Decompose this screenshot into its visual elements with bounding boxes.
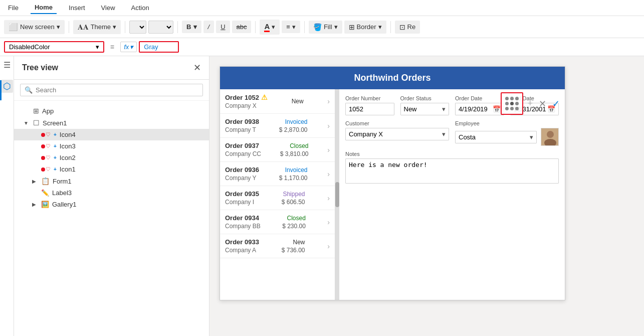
menu-home[interactable]: Home xyxy=(31,2,57,14)
canvas-area: Northwind Orders Order 1052 ⚠ Company X xyxy=(209,56,644,336)
order-right-0938: Invoiced $ 2,870.00 xyxy=(279,118,308,133)
order-item-1052[interactable]: Order 1052 ⚠ Company X New › xyxy=(220,89,335,114)
formula-equals: = xyxy=(106,43,118,51)
chevron-0938: › xyxy=(327,122,330,130)
employee-field: Employee Costa ▾ xyxy=(455,120,559,146)
order-item-0935[interactable]: Order 0935 Company I Shipped $ 606.50 › xyxy=(220,186,335,210)
tree-label-app: App xyxy=(42,107,54,115)
formula-fx-button[interactable]: fx ▾ xyxy=(120,42,137,52)
order-left-0938: Order 0938 Company T xyxy=(225,118,259,133)
menu-insert[interactable]: Insert xyxy=(65,2,89,14)
underline-button[interactable]: U xyxy=(216,21,230,33)
italic-button[interactable]: / xyxy=(203,21,214,33)
screen-icon: ⬜ xyxy=(9,23,18,32)
order-date-label: Order Date xyxy=(455,95,504,101)
detail-panel: + ✕ ✓ Order Number Order Status xyxy=(339,89,565,300)
new-screen-button[interactable]: ⬜ New screen ▾ xyxy=(4,20,65,34)
tree-item-app[interactable]: ⊞ App xyxy=(14,105,209,117)
sidebar-toggle[interactable]: ☰ ⬡ xyxy=(0,56,14,336)
order-date-input[interactable]: 4/19/2019 📅 xyxy=(455,103,504,115)
layers-icon[interactable]: ⬡ xyxy=(1,80,13,93)
order-company-0936: Company Y xyxy=(225,175,259,182)
dots-grid xyxy=(503,95,521,112)
order-item-0938[interactable]: Order 0938 Company T Invoiced $ 2,870.00… xyxy=(220,114,335,138)
main-area: ☰ ⬡ Tree view ✕ 🔍 ⊞ App ▼ xyxy=(0,56,644,336)
order-status-0935: Shipped xyxy=(283,191,305,198)
order-company-1052: Company X xyxy=(225,102,268,109)
tree-item-icon4[interactable]: ♡ + Icon4 xyxy=(14,129,209,140)
order-item-0937[interactable]: Order 0937 Company CC Closed $ 3,810.00 … xyxy=(220,138,335,162)
tree-content: ⊞ App ▼ ☐ Screen1 ♡ + Icon4 xyxy=(14,101,209,336)
font-size-select[interactable] xyxy=(148,21,173,34)
border-button[interactable]: ⊞ Border ▾ xyxy=(344,21,386,34)
formula-name-box[interactable]: DisabledColor ▾ xyxy=(4,41,104,53)
svg-point-1 xyxy=(547,131,554,138)
strikethrough-button[interactable]: abc xyxy=(232,21,252,33)
tree-label-form1: Form1 xyxy=(53,178,72,185)
tree-item-screen1[interactable]: ▼ ☐ Screen1 xyxy=(14,117,209,129)
order-item-0934[interactable]: Order 0934 Company BB Closed $ 230.00 › xyxy=(220,210,335,234)
font-color-button[interactable]: A ▾ xyxy=(260,20,280,35)
font-family-select[interactable] xyxy=(129,21,146,34)
order-item-0933[interactable]: Order 0933 Company A New $ 736.00 › xyxy=(220,234,335,258)
icon4-dots: ♡ xyxy=(41,131,51,138)
tree-item-icon1[interactable]: ♡ + Icon1 xyxy=(14,163,209,175)
order-company-0933: Company A xyxy=(225,247,259,254)
theme-button[interactable]: 𝐀𝐀 Theme ▾ xyxy=(73,20,121,34)
align-button[interactable]: ≡ ▾ xyxy=(282,21,300,33)
ctrl-check-icon[interactable]: ✓ xyxy=(550,98,562,109)
order-number-0935: Order 0935 xyxy=(225,190,259,198)
fill-button[interactable]: 🪣 Fill ▾ xyxy=(309,21,342,34)
order-status-0934: Closed xyxy=(287,215,306,222)
fx-chevron: ▾ xyxy=(130,43,133,51)
formula-name-value: DisabledColor xyxy=(9,43,50,51)
order-status-select[interactable]: New ▾ xyxy=(400,103,450,115)
tree-panel: Tree view ✕ 🔍 ⊞ App ▼ ☐ Screen1 xyxy=(14,56,209,336)
tree-item-icon2[interactable]: ♡ + Icon2 xyxy=(14,152,209,163)
tree-label-icon1: Icon1 xyxy=(60,165,76,173)
search-input[interactable] xyxy=(36,86,198,94)
hamburger-icon: ☰ xyxy=(4,60,11,70)
menu-action[interactable]: Action xyxy=(127,2,153,14)
ctrl-close-icon[interactable]: ✕ xyxy=(537,98,548,109)
order-left-0936: Order 0936 Company Y xyxy=(225,166,259,182)
employee-chevron: ▾ xyxy=(530,133,533,141)
order-number-0938: Order 0938 xyxy=(225,118,259,125)
label-icon: ✏️ xyxy=(41,189,49,197)
order-amount-0938: $ 2,870.00 xyxy=(279,126,308,133)
menu-bar: File Home Insert View Action xyxy=(0,0,644,16)
order-number-0937: Order 0937 xyxy=(225,142,261,149)
bold-button[interactable]: B ▾ xyxy=(182,21,201,33)
tree-close-button[interactable]: ✕ xyxy=(193,62,201,73)
menu-file[interactable]: File xyxy=(4,2,23,14)
re-button[interactable]: ⊡ Re xyxy=(395,21,420,34)
heart-icon: ♡ xyxy=(46,131,51,138)
separator-4 xyxy=(255,21,256,33)
search-box: 🔍 xyxy=(20,84,203,96)
customer-value: Company X xyxy=(349,130,383,138)
fill-label: Fill xyxy=(324,23,332,31)
tree-item-gallery1[interactable]: ▶ 🖼️ Gallery1 xyxy=(14,199,209,210)
dot-1 xyxy=(505,97,509,100)
tree-header: Tree view ✕ xyxy=(14,56,209,80)
notes-textarea[interactable]: Here is a new order! xyxy=(345,158,559,184)
employee-select[interactable]: Costa ▾ xyxy=(455,131,537,143)
order-number-input[interactable] xyxy=(345,103,394,115)
detail-row-3: Notes Here is a new order! xyxy=(345,151,559,184)
menu-view[interactable]: View xyxy=(97,2,119,14)
ctrl-add-icon[interactable]: + xyxy=(525,98,535,109)
tree-item-form1[interactable]: ▶ 📋 Form1 xyxy=(14,175,209,187)
order-item-0936[interactable]: Order 0936 Company Y Invoiced $ 1,170.00… xyxy=(220,162,335,186)
scroll-thumb xyxy=(335,182,339,207)
search-icon: 🔍 xyxy=(25,86,33,94)
customer-select[interactable]: Company X ▾ xyxy=(345,128,449,140)
order-left-0935: Order 0935 Company I xyxy=(225,190,259,206)
order-status-field: Order Status New ▾ xyxy=(400,95,450,115)
fx-label: fx xyxy=(124,43,129,51)
tree-item-label3[interactable]: ✏️ Label3 xyxy=(14,187,209,199)
order-number-0934: Order 0934 xyxy=(225,214,261,222)
order-amount-0937: $ 3,810.00 xyxy=(280,150,309,157)
formula-value-box[interactable]: Gray xyxy=(139,41,179,53)
tree-item-icon3[interactable]: ♡ + Icon3 xyxy=(14,140,209,152)
orders-list: Order 1052 ⚠ Company X New › xyxy=(220,89,335,300)
